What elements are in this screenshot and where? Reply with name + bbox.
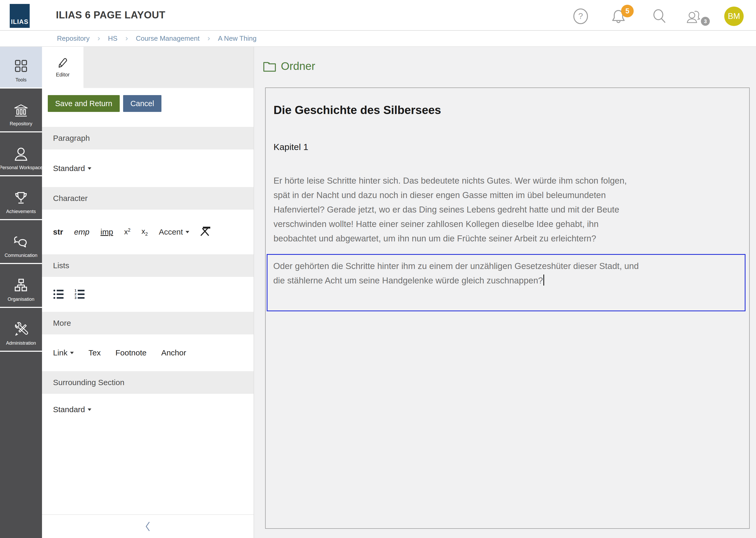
- anchor-button[interactable]: Anchor: [161, 348, 186, 357]
- clear-formatting-icon: [199, 225, 211, 237]
- link-dropdown[interactable]: Link: [53, 348, 74, 357]
- sidebar-item-label: Organisation: [8, 296, 34, 302]
- page-content-card: Die Geschichte des Silbersees Kapitel 1 …: [265, 87, 750, 529]
- speech-bubbles-icon: [13, 235, 29, 249]
- tex-button[interactable]: Tex: [88, 348, 101, 357]
- numbered-list-button[interactable]: 1 2 3: [74, 289, 87, 301]
- bullet-list-icon: [53, 289, 65, 300]
- grid-icon: [13, 58, 28, 74]
- sidebar-item-repository[interactable]: Repository: [0, 88, 42, 131]
- emphasis-button[interactable]: emp: [74, 228, 89, 237]
- paragraph-style-dropdown[interactable]: Standard: [53, 164, 91, 173]
- important-button[interactable]: imp: [101, 228, 113, 237]
- svg-text:1: 1: [74, 289, 76, 293]
- breadcrumb-course-management[interactable]: Course Management: [136, 34, 200, 42]
- accent-dropdown[interactable]: Accent: [159, 228, 189, 237]
- main-content: Ordner Die Geschichte des Silbersees Kap…: [254, 47, 756, 538]
- section-surrounding-header: Surrounding Section: [42, 371, 254, 394]
- breadcrumb: Repository › HS › Course Management › A …: [0, 30, 756, 47]
- collapse-panel-button[interactable]: [42, 514, 254, 538]
- breadcrumb-hs[interactable]: HS: [108, 34, 117, 42]
- footnote-button[interactable]: Footnote: [116, 348, 147, 357]
- sidebar-item-tools[interactable]: Tools: [0, 47, 42, 87]
- document-chapter[interactable]: Kapitel 1: [273, 141, 741, 153]
- object-header: Ordner: [263, 60, 315, 73]
- help-button[interactable]: ?: [573, 8, 589, 25]
- tab-editor[interactable]: Editor: [42, 47, 83, 88]
- main-sidebar: Tools Repository Personal Workspace Achi…: [0, 47, 42, 538]
- breadcrumb-repository[interactable]: Repository: [57, 34, 89, 42]
- chevron-down-icon: [70, 352, 74, 356]
- users-icon: [685, 8, 701, 25]
- numbered-list-icon: 1 2 3: [74, 289, 87, 300]
- tab-editor-label: Editor: [56, 72, 70, 78]
- online-count-badge: 3: [701, 17, 710, 26]
- clear-formatting-button[interactable]: [199, 225, 211, 239]
- selected-paragraph-editbox[interactable]: Oder gehörten die Schritte hinter ihm zu…: [267, 254, 745, 311]
- chevron-down-icon: [88, 167, 91, 172]
- sup-base: x: [124, 228, 128, 236]
- sidebar-item-label: Repository: [10, 121, 32, 127]
- document-title[interactable]: Die Geschichte des Silbersees: [273, 103, 741, 117]
- document-paragraph-1[interactable]: Er hörte leise Schritte hinter sich. Das…: [273, 173, 741, 245]
- sidebar-item-label: Achievements: [6, 209, 36, 214]
- chevron-down-icon: [186, 231, 189, 235]
- sidebar-item-organisation[interactable]: Organisation: [0, 264, 42, 307]
- sidebar-item-label: Administration: [6, 341, 36, 346]
- bank-icon: [13, 104, 29, 117]
- section-lists-header: Lists: [42, 254, 254, 277]
- sidebar-item-label: Personal Workspace: [0, 165, 43, 171]
- breadcrumb-separator-icon: ›: [125, 34, 128, 42]
- sub-script: 2: [145, 231, 148, 237]
- sidebar-item-administration[interactable]: Administration: [0, 308, 42, 351]
- sidebar-item-achievements[interactable]: Achievements: [0, 176, 42, 219]
- ilias-logo[interactable]: ILIAS: [10, 4, 30, 28]
- text-cursor: [543, 275, 544, 286]
- who-is-online-button[interactable]: 3: [685, 8, 701, 25]
- sidebar-item-personal-workspace[interactable]: Personal Workspace: [0, 133, 42, 175]
- notification-count-badge: 5: [621, 5, 634, 17]
- breadcrumb-separator-icon: ›: [97, 34, 100, 42]
- save-and-return-button[interactable]: Save and Return: [48, 95, 120, 112]
- editor-actions: Save and ReturnCancel: [42, 88, 254, 116]
- paragraph-style-value: Standard: [53, 164, 85, 173]
- help-icon: ?: [573, 8, 589, 25]
- link-label: Link: [53, 348, 68, 357]
- logo-text: ILIAS: [11, 18, 28, 28]
- surrounding-style-dropdown[interactable]: Standard: [53, 405, 91, 414]
- sub-base: x: [141, 227, 145, 235]
- pencil-icon: [57, 57, 69, 69]
- surrounding-style-value: Standard: [53, 405, 85, 414]
- cancel-button[interactable]: Cancel: [123, 95, 162, 112]
- svg-text:?: ?: [578, 11, 583, 21]
- sup-script: 2: [128, 228, 130, 233]
- person-icon: [13, 146, 29, 161]
- section-more-header: More: [42, 312, 254, 334]
- page-title: ILIAS 6 PAGE LAYOUT: [56, 0, 165, 30]
- subscript-button[interactable]: x2: [141, 227, 148, 237]
- chevron-left-icon: [145, 521, 151, 532]
- org-chart-icon: [13, 278, 29, 293]
- avatar[interactable]: BM: [724, 7, 744, 26]
- breadcrumb-a-new-thing[interactable]: A New Thing: [218, 34, 257, 42]
- superscript-button[interactable]: x2: [124, 228, 130, 236]
- strong-button[interactable]: str: [53, 228, 63, 237]
- tools-crossed-icon: [13, 322, 29, 337]
- sidebar-item-communication[interactable]: Communication: [0, 220, 42, 263]
- sidebar-filler: [0, 352, 42, 538]
- notifications-button[interactable]: 5: [611, 8, 626, 25]
- section-paragraph-header: Paragraph: [42, 127, 254, 149]
- svg-text:2: 2: [74, 292, 76, 296]
- document-paragraph-2: Oder gehörten die Schritte hinter ihm zu…: [273, 261, 639, 285]
- object-title: Ordner: [281, 60, 315, 73]
- svg-text:3: 3: [74, 296, 76, 300]
- breadcrumb-separator-icon: ›: [208, 34, 210, 42]
- editor-tabstrip: Editor: [42, 47, 254, 88]
- chevron-down-icon: [88, 408, 91, 413]
- accent-label: Accent: [159, 228, 183, 237]
- bullet-list-button[interactable]: [53, 289, 65, 301]
- editor-panel: Editor Save and ReturnCancel Paragraph S…: [42, 47, 254, 538]
- sidebar-item-label: Tools: [16, 77, 26, 83]
- search-button[interactable]: [651, 8, 667, 25]
- folder-icon: [263, 60, 276, 72]
